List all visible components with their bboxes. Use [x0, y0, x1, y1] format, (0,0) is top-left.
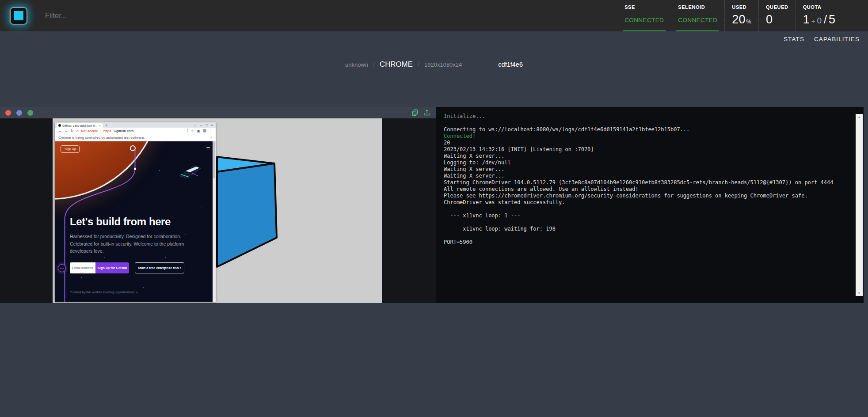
log-line: ChromeDriver was started successfully. [444, 199, 846, 206]
github-cta-row: Sign up for GitHub Start a free enterpri… [70, 262, 184, 273]
quota-plus: + [811, 18, 815, 25]
scroll-up-arrow-icon[interactable]: ▲ [856, 115, 863, 118]
remote-page-scrollbar[interactable] [213, 141, 216, 302]
filter-input[interactable] [45, 11, 187, 20]
log-line: --- x11vnc loop: waiting for: 198 [444, 226, 846, 232]
log-line: Starting ChromeDriver 104.0.5112.79 (3cf… [444, 179, 846, 186]
github-favicon-icon [58, 124, 61, 127]
session-id: cdf1f4e6 [498, 61, 523, 68]
session-separator: / [373, 61, 375, 68]
more-menu-icon[interactable]: ⋮ [209, 129, 213, 133]
tab-capabilities[interactable]: CAPABILITIES [814, 36, 860, 42]
security-warning-icon: ⚠ [76, 129, 79, 133]
stat-selenoid: SELENOID CONNECTED [671, 0, 724, 31]
log-line: Connected! [444, 133, 846, 140]
selenoid-label: SELENOID [678, 4, 717, 10]
session-resolution: 1920x1080x24 [424, 61, 462, 68]
log-line: Waiting X server... [444, 166, 846, 173]
status-stats: SSE CONNECTED SELENOID CONNECTED USED 20… [617, 0, 842, 31]
log-line: 2023/02/13 14:32:16 [INIT] [Listening on… [444, 146, 846, 153]
log-line: Please see https://chromedriver.chromium… [444, 193, 846, 199]
log-line [444, 219, 846, 226]
window-close-icon[interactable]: × [211, 123, 213, 127]
address-divider: | [100, 129, 101, 133]
stat-quota: QUOTA 1 + 0 / 5 [796, 0, 842, 31]
queued-label: QUEUED [766, 4, 788, 10]
log-line: PORT=5900 [444, 239, 846, 246]
scrollbar-thumb[interactable] [213, 141, 215, 178]
github-hero-paragraph: Harnessed for productivity. Designed for… [70, 233, 201, 255]
used-number: 20 [732, 13, 745, 27]
reload-icon[interactable]: ↻ [70, 129, 74, 133]
log-scrollbar[interactable]: ▲ ▼ [856, 114, 863, 296]
new-tab-button[interactable]: + [105, 123, 107, 128]
infobar-text: Chrome is being controlled by automated … [58, 136, 145, 140]
window-maximize-icon[interactable]: □ [206, 123, 208, 127]
session-browser-name: CHROME [380, 60, 413, 68]
used-value: 20 % [732, 13, 751, 27]
log-output: Initialize... Connecting to ws://localho… [444, 113, 846, 300]
github-hero-heading: Let's build from here [70, 216, 171, 228]
browser-tab-strip: GitHub: Let's build from he... × + ⌄ – □… [55, 122, 216, 128]
traffic-light-green-button[interactable] [27, 110, 33, 116]
traffic-light-red-button[interactable] [5, 110, 11, 116]
log-line: --- x11vnc loop: 1 --- [444, 212, 846, 219]
enterprise-trial-button[interactable]: Start a free enterprise trial › [135, 262, 184, 273]
upload-icon[interactable] [423, 109, 430, 116]
log-line: Waiting X server... [444, 173, 846, 179]
log-line: Logging to: /dev/null [444, 159, 846, 166]
quota-slash: / [824, 14, 827, 26]
logo-square [14, 11, 23, 20]
vnc-remote-screen[interactable]: GitHub: Let's build from he... × + ⌄ – □… [53, 118, 382, 303]
github-page: Sign up ☰ Let's build from here Harnesse… [55, 141, 216, 302]
section-tabs: STATS CAPABILITIES [0, 31, 868, 47]
log-line [444, 206, 846, 212]
browser-tab[interactable]: GitHub: Let's build from he... × [57, 123, 103, 128]
hamburger-menu-icon[interactable]: ☰ [206, 145, 210, 151]
log-line: Initialize... [444, 113, 846, 120]
infobar-close-icon[interactable]: × [210, 136, 212, 140]
scroll-down-arrow-icon[interactable]: ▼ [856, 292, 863, 295]
github-signup-button[interactable]: Sign up [61, 145, 80, 153]
vnc-panel: GitHub: Let's build from he... × + ⌄ – □… [0, 107, 436, 303]
browser-window-controls: ⌄ – □ × [194, 123, 214, 127]
trusted-orgs-text: Trusted by the world's leading organizat… [70, 290, 138, 294]
window-minimize-icon[interactable]: – [200, 123, 202, 127]
not-secure-label: Not secure [81, 129, 98, 133]
vnc-toolbar-actions [412, 109, 430, 116]
stat-sse: SSE CONNECTED [617, 0, 671, 31]
browser-tab-title: GitHub: Let's build from he... [62, 124, 98, 127]
top-bar: SSE CONNECTED SELENOID CONNECTED USED 20… [0, 0, 868, 31]
signup-for-github-button[interactable]: Sign up for GitHub [95, 262, 129, 273]
side-panel-icon[interactable]: ▣ [197, 129, 200, 133]
log-line [444, 232, 846, 239]
sse-label: SSE [624, 4, 664, 10]
selenoid-ui-logo-icon[interactable] [11, 8, 27, 24]
session-row[interactable]: unknown / CHROME / 1920x1080x24 cdf1f4e6 [0, 60, 868, 68]
window-chevron-icon[interactable]: ⌄ [194, 123, 197, 127]
traffic-light-blue-button[interactable] [16, 110, 22, 116]
session-detail-panels: GitHub: Let's build from he... × + ⌄ – □… [0, 107, 864, 303]
url-host[interactable]: ://github.com [113, 129, 133, 133]
profile-avatar[interactable] [203, 129, 206, 133]
sse-status: CONNECTED [624, 17, 664, 23]
url-scheme: https [103, 129, 111, 133]
quota-label: QUOTA [803, 4, 835, 10]
tab-close-icon[interactable]: × [99, 124, 101, 127]
log-line: Waiting X server... [444, 153, 846, 159]
selenoid-status: CONNECTED [678, 17, 717, 23]
back-icon[interactable]: ← [58, 129, 62, 133]
used-label: USED [732, 4, 751, 10]
session-browser-version: unknown [345, 61, 368, 68]
bookmark-star-icon[interactable]: ☆ [191, 129, 194, 133]
queued-value: 0 [766, 13, 788, 27]
log-line: Connecting to ws://localhost:8080/ws/log… [444, 126, 846, 133]
copy-icon[interactable] [412, 109, 419, 116]
share-icon[interactable]: ⤴ [187, 129, 188, 133]
quota-pending: 0 [817, 16, 822, 26]
email-field[interactable] [70, 262, 95, 273]
github-logo-icon[interactable] [130, 145, 136, 151]
forward-icon[interactable]: → [64, 129, 68, 133]
vnc-viewport: GitHub: Let's build from he... × + ⌄ – □… [0, 118, 436, 303]
tab-stats[interactable]: STATS [784, 36, 804, 42]
